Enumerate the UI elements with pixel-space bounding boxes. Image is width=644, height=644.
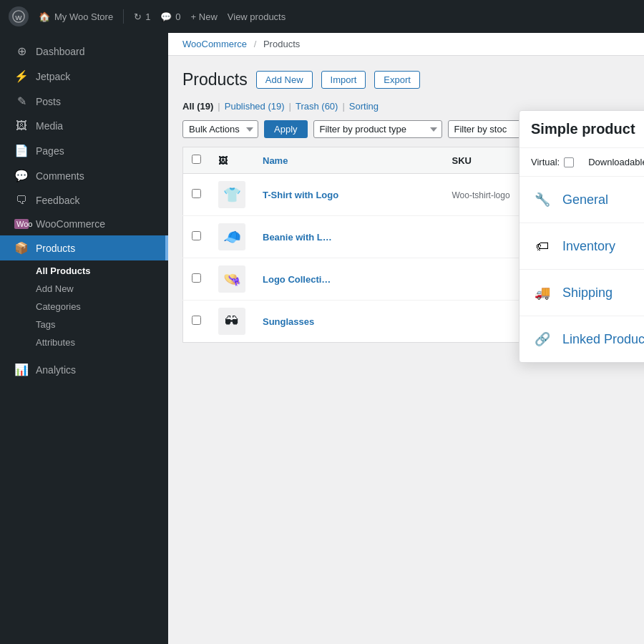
products-icon: 📦 (14, 241, 29, 255)
product-thumb-cell: 🧢 (210, 216, 254, 258)
inventory-label: Inventory (562, 239, 615, 254)
pages-icon: 📄 (14, 144, 29, 157)
jetpack-icon: ⚡ (14, 69, 29, 83)
dropdown-section-shipping[interactable]: 🚚 Shipping (519, 270, 644, 316)
comments-button[interactable]: 💬 0 (160, 11, 180, 22)
shipping-label: Shipping (562, 286, 613, 301)
downloadable-label: Downloadable: (588, 157, 644, 167)
wp-logo[interactable]: W (9, 6, 29, 26)
product-name-cell: T-Shirt with Logo (254, 174, 444, 216)
product-name-link[interactable]: Logo Collecti… (263, 274, 331, 285)
dropdown-options: Virtual: Downloadable: (519, 148, 644, 177)
filter-link-sorting[interactable]: Sorting (349, 101, 379, 112)
product-thumb-cell: 🕶 (210, 301, 254, 343)
sku-value: Woo-tshirt-logo (452, 190, 510, 200)
shipping-icon: 🚚 (531, 281, 554, 304)
submenu-all-products[interactable]: All Products (0, 262, 168, 280)
apply-button[interactable]: Apply (264, 120, 308, 138)
export-button[interactable]: Export (374, 71, 420, 89)
main-content: WooCommerce / Products Products Add New … (168, 33, 644, 644)
virtual-label: Virtual: (531, 157, 560, 167)
sidebar-item-analytics[interactable]: 📊 Analytics (0, 357, 168, 382)
feedback-icon: 🗨 (14, 194, 29, 207)
sidebar-item-woocommerce[interactable]: Woo WooCommerce (0, 213, 168, 235)
row-checkbox-cell (183, 216, 210, 258)
add-new-button[interactable]: Add New (256, 71, 313, 89)
product-name-link[interactable]: T-Shirt with Logo (263, 190, 338, 200)
submenu-categories[interactable]: Categories (0, 298, 168, 316)
page-header: Products Add New Import Export (182, 70, 630, 89)
product-thumb: 🕶 (218, 308, 245, 335)
analytics-icon: 📊 (14, 363, 29, 376)
sidebar-item-posts[interactable]: ✎ Posts (0, 89, 168, 114)
sidebar-item-pages[interactable]: 📄 Pages (0, 138, 168, 163)
filter-link-published[interactable]: Published (19) (225, 101, 285, 112)
view-products-link[interactable]: View products (228, 11, 286, 22)
product-name-link[interactable]: Sunglasses (263, 316, 314, 327)
media-icon: 🖼 (14, 119, 29, 132)
dropdown-section-general[interactable]: 🔧 General (519, 177, 644, 223)
row-checkbox[interactable] (192, 273, 201, 283)
updates-icon: ↻ (134, 11, 142, 22)
virtual-option[interactable]: Virtual: (531, 157, 574, 167)
th-name[interactable]: Name (254, 147, 444, 174)
updates-button[interactable]: ↻ 1 (134, 11, 150, 22)
product-thumb: 👒 (218, 265, 245, 293)
import-button[interactable]: Import (321, 71, 366, 89)
filter-link-trash[interactable]: Trash (60) (296, 101, 338, 112)
products-submenu: All Products Add New Categories Tags Att… (0, 260, 168, 357)
sidebar-item-label: Jetpack (36, 71, 70, 82)
sidebar-item-label: Posts (36, 96, 61, 107)
virtual-checkbox[interactable] (564, 157, 574, 167)
sidebar-item-label: Media (36, 120, 63, 132)
site-name-label: My Woo Store (54, 11, 113, 22)
row-checkbox-cell (183, 301, 210, 343)
site-name-topbar[interactable]: 🏠 My Woo Store (39, 11, 113, 22)
breadcrumb-current: Products (263, 39, 300, 49)
sidebar-item-label: Dashboard (36, 46, 85, 57)
th-checkbox (183, 147, 210, 174)
filter-link-all[interactable]: All (19) (182, 101, 213, 112)
sidebar-item-products[interactable]: 📦 Products (0, 235, 168, 260)
row-checkbox[interactable] (192, 316, 201, 325)
submenu-attributes[interactable]: Attributes (0, 333, 168, 351)
bulk-actions-select[interactable]: Bulk Actions (182, 120, 258, 138)
row-checkbox[interactable] (192, 231, 201, 240)
product-thumb: 🧢 (218, 223, 245, 250)
general-icon: 🔧 (531, 188, 554, 211)
new-button[interactable]: + New (191, 11, 218, 22)
top-bar: W 🏠 My Woo Store ↻ 1 💬 0 + New View prod… (0, 0, 644, 33)
submenu-tags[interactable]: Tags (0, 316, 168, 333)
product-thumb-cell: 👕 (210, 174, 254, 216)
sidebar-item-media[interactable]: 🖼 Media (0, 114, 168, 138)
svg-text:W: W (15, 14, 22, 21)
dropdown-section-linked-products[interactable]: 🔗 Linked Products (519, 316, 644, 362)
general-label: General (562, 192, 608, 208)
comments-icon: 💬 (14, 169, 29, 182)
image-col-icon: 🖼 (218, 155, 228, 166)
dropdown-title: Simple product (531, 121, 635, 137)
sidebar-item-dashboard[interactable]: ⊕ Dashboard (0, 39, 168, 64)
dropdown-section-inventory[interactable]: 🏷 Inventory (519, 223, 644, 270)
row-checkbox-cell (183, 174, 210, 216)
sidebar-item-label: Pages (36, 145, 64, 157)
new-label: + New (191, 11, 218, 22)
sidebar-item-label: Feedback (36, 195, 79, 206)
select-all-checkbox[interactable] (192, 155, 201, 164)
filter-type-select[interactable]: Filter by product type (313, 120, 442, 138)
downloadable-option[interactable]: Downloadable: (588, 157, 644, 167)
breadcrumb-parent-link[interactable]: WooCommerce (182, 39, 247, 49)
home-icon: 🏠 (39, 11, 50, 22)
linked-products-label: Linked Products (562, 332, 644, 347)
sidebar-item-jetpack[interactable]: ⚡ Jetpack (0, 64, 168, 89)
submenu-add-new[interactable]: Add New (0, 280, 168, 298)
dashboard-icon: ⊕ (14, 44, 29, 58)
sidebar-item-comments[interactable]: 💬 Comments (0, 163, 168, 188)
product-name-cell: Beanie with L… (254, 216, 444, 258)
sidebar-item-feedback[interactable]: 🗨 Feedback (0, 188, 168, 213)
product-name-link[interactable]: Beanie with L… (263, 232, 332, 243)
row-checkbox[interactable] (192, 189, 201, 198)
product-thumb: 👕 (218, 181, 245, 208)
breadcrumb-separator: / (254, 39, 257, 49)
comment-icon: 💬 (160, 11, 172, 22)
